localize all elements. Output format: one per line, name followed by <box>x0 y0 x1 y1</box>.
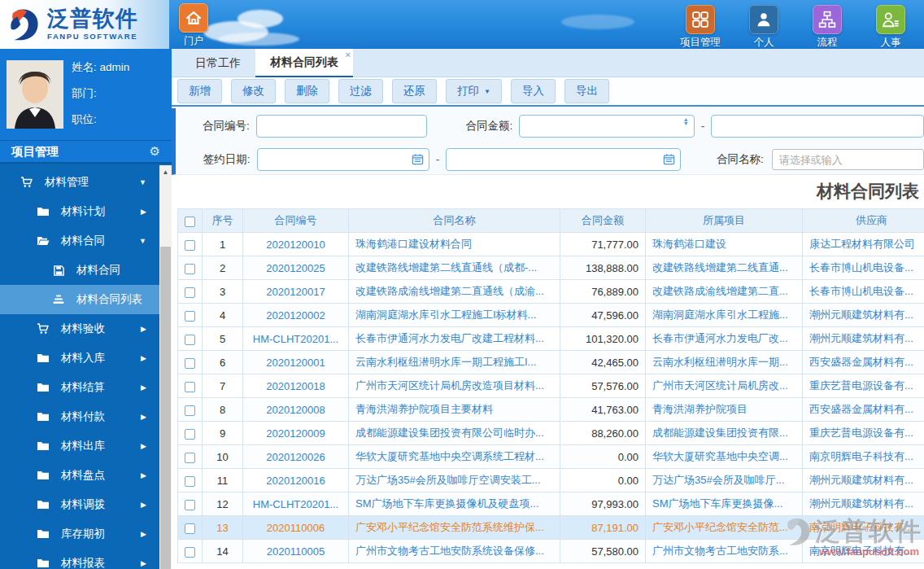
supplier-link[interactable]: 南京明辉电子科技有... <box>803 445 924 469</box>
supplier-link[interactable]: 潮州元顺建筑材料有... <box>803 469 924 492</box>
contract-name-link[interactable]: 万达广场35#会所及咖啡厅空调安装工... <box>349 469 560 492</box>
print-button[interactable]: 打印▼ <box>446 79 502 103</box>
add-button[interactable]: 新增 <box>177 79 222 103</box>
sidebar-item-initial-inventory[interactable]: 库存期初 ▶ <box>0 519 159 549</box>
table-row[interactable]: 6 2020120001 云南水利枢纽潜明水库一期工程施工I... 42,465… <box>178 351 924 374</box>
contract-name-link[interactable]: 成都能源建设集团投资有限公司临时办... <box>349 422 560 445</box>
project-link[interactable]: 广州市文物考古工地安防系... <box>646 540 803 563</box>
contract-code-link[interactable]: 2020120017 <box>243 280 349 304</box>
contract-amount-min-input[interactable] <box>519 115 694 138</box>
contract-code-link[interactable]: 2020120008 <box>243 398 349 422</box>
contract-name-link[interactable]: 改建铁路成渝线增建第二直通线（成渝... <box>349 280 560 304</box>
sidebar-item-material-contract[interactable]: 材料合同 ▼ <box>0 226 159 256</box>
delete-button[interactable]: 删除 <box>285 79 329 103</box>
nav-personal[interactable]: 个人 <box>740 5 787 50</box>
edit-button[interactable]: 修改 <box>231 79 276 103</box>
sidebar-item-material-contract-entry[interactable]: 材料合同 <box>0 256 159 285</box>
sidebar-item-material-contract-list[interactable]: 材料合同列表 <box>0 285 159 314</box>
project-link[interactable]: 珠海鹤港口建设 <box>646 233 803 256</box>
project-link[interactable]: 广州市天河区统计局机房改... <box>646 374 803 398</box>
contract-name-link[interactable]: 改建铁路线增建第二线直通线（成都-... <box>349 256 560 280</box>
row-checkbox[interactable] <box>185 500 195 510</box>
sign-date-to-input[interactable] <box>446 148 681 171</box>
table-row[interactable]: 7 2020120018 广州市天河区统计局机房改造项目材料... 57,576… <box>178 374 924 398</box>
calendar-icon[interactable] <box>663 153 675 169</box>
col-header-supplier[interactable]: 供应商 <box>803 209 924 233</box>
export-button[interactable]: 导出 <box>564 79 609 103</box>
supplier-link[interactable]: 长春市博山机电设备... <box>803 280 924 304</box>
row-checkbox[interactable] <box>185 264 195 274</box>
contract-name-link[interactable]: 湖南洞庭湖水库引水工程施工I标材料... <box>349 304 560 327</box>
project-link[interactable]: SM广场地下车库更换摄像... <box>646 492 803 516</box>
table-row[interactable]: 4 2020120002 湖南洞庭湖水库引水工程施工I标材料... 47,596… <box>178 304 924 327</box>
sidebar-item-material-payment[interactable]: 材料付款 ▶ <box>0 402 159 431</box>
row-checkbox[interactable] <box>185 405 195 416</box>
supplier-link[interactable]: 潮州元顺建筑材料有... <box>803 327 924 351</box>
nav-workflow[interactable]: 流程 <box>804 5 851 50</box>
gear-icon[interactable]: ⚙ <box>150 144 160 159</box>
table-row[interactable]: 11 2020120016 万达广场35#会所及咖啡厅空调安装工... 0.00… <box>178 469 924 492</box>
contract-name-link[interactable]: 广州市天河区统计局机房改造项目材料... <box>349 374 560 398</box>
table-row[interactable]: 14 2020110005 广州市文物考古工地安防系统设备保修... 57,58… <box>178 540 924 563</box>
restore-button[interactable]: 还原 <box>392 79 437 103</box>
row-checkbox[interactable] <box>185 429 195 440</box>
project-link[interactable]: 华软大厦研究基地中央空调... <box>646 445 803 469</box>
table-row[interactable]: 12 HM-CLHT20201... SM广场地下车库更换摄像机及硬盘项... … <box>178 492 924 516</box>
table-row[interactable]: 5 HM-CLHT20201... 长春市伊通河水力发电厂改建工程材料... 1… <box>178 327 924 351</box>
sidebar-item-material-report[interactable]: 材料报表 ▶ <box>0 549 159 569</box>
contract-code-link[interactable]: 2020120025 <box>243 256 349 280</box>
spinner-icon[interactable]: ▲▼ <box>683 118 689 126</box>
supplier-link[interactable]: 潮州元顺建筑材料有... <box>803 492 924 516</box>
select-all-checkbox[interactable] <box>185 217 195 227</box>
table-row[interactable]: 2 2020120025 改建铁路线增建第二线直通线（成都-... 138,88… <box>178 256 924 280</box>
sidebar-item-material-management[interactable]: 材料管理 ▼ <box>0 168 159 197</box>
contract-code-link[interactable]: 2020120001 <box>243 351 349 374</box>
contract-name-link[interactable]: 广安邓小平纪念馆安全防范系统维护保... <box>349 516 560 540</box>
contract-name-link[interactable]: 珠海鹤港口建设材料合同 <box>349 233 560 256</box>
project-link[interactable]: 湖南洞庭湖水库引水工程施... <box>646 304 803 327</box>
tab-daily-work[interactable]: 日常工作 <box>181 49 255 77</box>
project-link[interactable]: 万达广场35#会所及咖啡厅... <box>646 469 803 492</box>
project-link[interactable]: 广安邓小平纪念馆安全防范... <box>646 516 803 540</box>
sidebar-item-material-inbound[interactable]: 材料入库 ▶ <box>0 344 159 373</box>
contract-name-link[interactable]: 云南水利枢纽潜明水库一期工程施工I... <box>349 351 560 374</box>
supplier-link[interactable]: 重庆艺普电源设备有... <box>803 422 924 445</box>
contract-code-link[interactable]: 2020120018 <box>243 374 349 398</box>
filter-button[interactable]: 过滤 <box>338 79 383 103</box>
sidebar-item-material-outbound[interactable]: 材料出库 ▶ <box>0 431 159 461</box>
contract-amount-max-input[interactable] <box>711 115 924 138</box>
table-row[interactable]: 9 2020120009 成都能源建设集团投资有限公司临时办... 88,260… <box>178 422 924 445</box>
sidebar-item-material-acceptance[interactable]: 材料验收 ▶ <box>0 314 159 344</box>
table-row[interactable]: 8 2020120008 青海洪湖养护院项目主要材料 41,763.00 青海洪… <box>178 398 924 422</box>
project-link[interactable]: 长春市伊通河水力发电厂改... <box>646 327 803 351</box>
row-checkbox[interactable] <box>185 335 195 345</box>
row-checkbox[interactable] <box>185 311 195 322</box>
row-checkbox[interactable] <box>185 240 195 251</box>
supplier-link[interactable]: 潮州元顺建筑材料有... <box>803 304 924 327</box>
project-link[interactable]: 云南水利枢纽潜明水库一期... <box>646 351 803 374</box>
col-header-code[interactable]: 合同编号 <box>243 209 349 233</box>
sidebar-item-material-plan[interactable]: 材料计划 ▶ <box>0 197 159 226</box>
contract-code-link[interactable]: 2020110005 <box>243 540 349 563</box>
contract-code-link[interactable]: 2020120010 <box>243 233 349 256</box>
contract-code-input[interactable] <box>256 115 427 138</box>
project-link[interactable]: 成都能源建设集团投资有限... <box>646 422 803 445</box>
contract-name-link[interactable]: 广州市文物考古工地安防系统设备保修... <box>349 540 560 563</box>
row-checkbox[interactable] <box>185 453 195 463</box>
col-header-project[interactable]: 所属项目 <box>646 209 803 233</box>
col-header-seq[interactable]: 序号 <box>203 209 243 233</box>
calendar-icon[interactable] <box>412 153 424 169</box>
supplier-link[interactable]: 长春市博山机电设备... <box>803 256 924 280</box>
supplier-link[interactable]: 西安盛器金属材料有... <box>803 351 924 374</box>
row-checkbox[interactable] <box>185 547 195 558</box>
import-button[interactable]: 导入 <box>511 79 556 103</box>
sidebar-item-material-settlement[interactable]: 材料结算 ▶ <box>0 373 159 402</box>
row-checkbox[interactable] <box>185 476 195 487</box>
table-row-selected[interactable]: 13 2020110006 广安邓小平纪念馆安全防范系统维护保... 87,19… <box>178 516 924 540</box>
nav-project-management[interactable]: 项目管理 <box>677 5 724 50</box>
contract-code-link[interactable]: 2020120026 <box>243 445 349 469</box>
contract-code-link[interactable]: 2020110006 <box>243 516 349 540</box>
project-link[interactable]: 改建铁路线增建第二线直通... <box>646 256 803 280</box>
row-checkbox[interactable] <box>185 523 195 534</box>
contract-code-link[interactable]: HM-CLHT20201... <box>243 327 349 351</box>
